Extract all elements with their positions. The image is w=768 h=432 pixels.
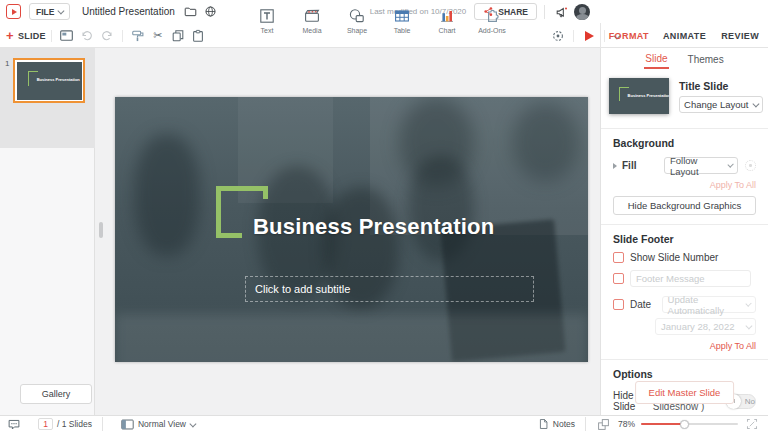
fill-type-value: Follow Layout — [670, 155, 728, 177]
tab-themes[interactable]: Themes — [687, 51, 725, 68]
statusbar-right: Notes 78% — [538, 417, 760, 431]
chart-icon — [439, 8, 455, 24]
format-panel-body: Business Presentation Title Slide Change… — [601, 70, 768, 432]
footer-message-input[interactable] — [630, 270, 751, 287]
insert-text-button[interactable]: Text — [251, 8, 283, 34]
file-menu-button[interactable]: FILE — [29, 3, 70, 20]
table-icon — [394, 8, 410, 24]
shape-icon — [349, 8, 365, 24]
slide-layout-button[interactable] — [57, 26, 77, 46]
publish-button[interactable] — [201, 2, 221, 22]
date-checkbox[interactable] — [613, 299, 624, 310]
undo-icon — [80, 29, 94, 43]
background-heading: Background — [613, 137, 756, 149]
tab-format[interactable]: FORMAT — [601, 23, 657, 48]
footer-apply-to-all-link[interactable]: Apply To All — [613, 341, 756, 351]
fill-row: Fill Follow Layout — [613, 157, 756, 174]
zoom-slider[interactable] — [641, 419, 738, 429]
addons-puzzle-icon — [484, 8, 500, 24]
comment-icon — [7, 418, 21, 431]
topbar: FILE Untitled Presentation Last modified… — [0, 0, 768, 48]
app-window: FILE Untitled Presentation Last modified… — [0, 0, 768, 432]
undo-button[interactable] — [77, 26, 97, 46]
show-slide-number-row: Show Slide Number — [613, 252, 756, 263]
paste-icon — [191, 29, 205, 43]
paste-button[interactable] — [188, 26, 208, 46]
options-heading: Options — [613, 368, 756, 380]
slide-title-text[interactable]: Business Presentation — [253, 214, 494, 240]
current-slide-field[interactable]: 1 — [38, 418, 53, 430]
fill-type-select[interactable]: Follow Layout — [664, 157, 738, 174]
chevron-down-icon — [745, 323, 751, 329]
insert-shape-button[interactable]: Shape — [341, 8, 373, 34]
copy-icon — [171, 29, 185, 43]
format-painter-icon — [131, 29, 145, 43]
add-slide-button[interactable]: + SLIDE — [6, 29, 46, 42]
editor-canvas: Business Presentation Click to add subti… — [95, 48, 600, 415]
statusbar: 1 / 1 Slides Normal View Notes 78% — [0, 415, 768, 432]
chevron-down-icon — [746, 301, 752, 307]
add-slide-label: SLIDE — [18, 31, 46, 41]
expand-caret-icon[interactable] — [613, 163, 617, 169]
background-apply-to-all-link[interactable]: Apply To All — [613, 180, 756, 190]
announcements-button[interactable] — [552, 2, 572, 22]
plus-icon: + — [6, 29, 14, 42]
panel-tab-bar: FORMAT ANIMATE REVIEW — [600, 23, 768, 48]
folder-button[interactable] — [181, 2, 201, 22]
zoom-slider-handle[interactable] — [680, 420, 689, 429]
megaphone-icon — [555, 5, 569, 19]
slide-editor[interactable]: Business Presentation Click to add subti… — [115, 97, 588, 362]
format-painter-button[interactable] — [128, 26, 148, 46]
fit-slide-icon — [597, 418, 610, 431]
copy-button[interactable] — [168, 26, 188, 46]
date-value-select[interactable]: January 28, 2022 — [655, 318, 756, 335]
format-panel: Slide Themes Business Presentation Title… — [600, 48, 768, 415]
footer-message-row — [613, 270, 756, 287]
fill-settings-icon[interactable] — [745, 160, 756, 171]
insert-chart-button[interactable]: Chart — [431, 8, 463, 34]
format-panel-tabs: Slide Themes — [601, 48, 768, 70]
text-tool-icon — [259, 8, 275, 24]
insert-media-button[interactable]: Media — [296, 8, 328, 34]
slideshow-settings-button[interactable] — [548, 26, 568, 46]
insert-table-button[interactable]: Table — [386, 8, 418, 34]
comments-button[interactable] — [6, 417, 22, 431]
layout-preview: Business Presentation — [609, 78, 669, 114]
insert-addons-button[interactable]: Add-Ons — [476, 8, 508, 34]
app-logo-icon — [6, 4, 21, 19]
slide-thumbnails-panel: 1 Business Presentation Gallery — [0, 48, 95, 415]
tab-review[interactable]: REVIEW — [712, 23, 768, 48]
slide-thumbnail-1[interactable]: Business Presentation — [13, 58, 85, 103]
layout-name: Title Slide — [679, 80, 728, 92]
change-layout-button[interactable]: Change Layout — [679, 96, 763, 113]
show-slide-number-checkbox[interactable] — [613, 252, 624, 263]
subtitle-placeholder-box[interactable]: Click to add subtitle — [245, 276, 534, 302]
gallery-button[interactable]: Gallery — [20, 384, 92, 404]
canvas-scrollbar[interactable] — [99, 222, 103, 238]
notes-label: Notes — [553, 419, 575, 429]
notes-button[interactable]: Notes — [538, 418, 575, 430]
hide-background-graphics-button[interactable]: Hide Background Graphics — [613, 196, 756, 215]
thumbnail-preview: Business Presentation — [17, 62, 82, 100]
fit-to-screen-button[interactable] — [744, 417, 760, 431]
chevron-down-icon — [58, 8, 64, 14]
document-title[interactable]: Untitled Presentation — [82, 6, 175, 17]
notes-icon — [538, 418, 549, 430]
tab-slide[interactable]: Slide — [644, 50, 668, 69]
footer-message-checkbox[interactable] — [613, 273, 624, 284]
date-mode-select[interactable]: Update Automatically — [662, 296, 756, 313]
play-slideshow-button[interactable] — [579, 26, 599, 46]
view-mode-select[interactable]: Normal View — [121, 419, 195, 430]
edit-master-slide-button[interactable]: Edit Master Slide — [635, 381, 735, 404]
folder-icon — [184, 5, 197, 18]
cut-button[interactable]: ✂ — [148, 26, 168, 46]
chevron-down-icon — [753, 101, 759, 107]
redo-button[interactable] — [97, 26, 117, 46]
fullscreen-icon — [746, 418, 758, 430]
user-avatar[interactable] — [574, 4, 590, 20]
subtitle-placeholder-text: Click to add subtitle — [255, 283, 350, 295]
layout-preview-thumbnail[interactable]: Business Presentation — [609, 78, 669, 114]
tab-animate[interactable]: ANIMATE — [657, 23, 713, 48]
hide-slide-state: No — [745, 397, 755, 406]
fit-slide-button[interactable] — [596, 417, 612, 431]
